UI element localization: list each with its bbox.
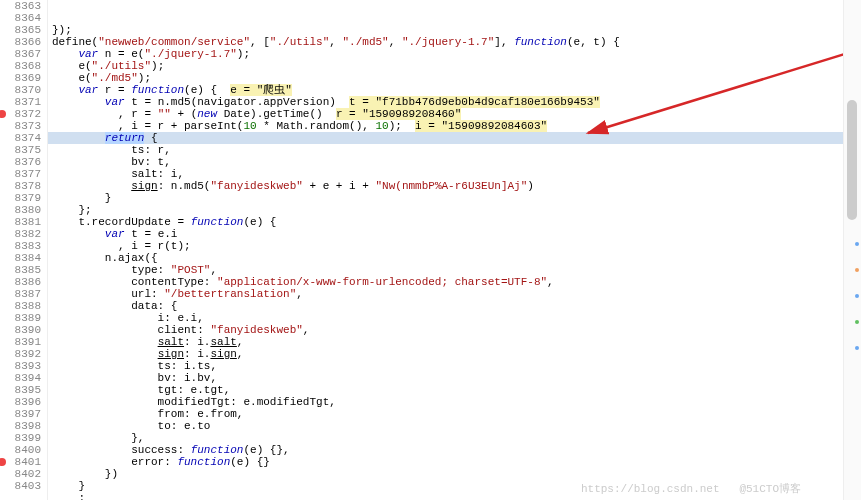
line-number[interactable]: 8401 xyxy=(0,456,41,468)
code-line[interactable]: contentType: "application/x-www-form-url… xyxy=(48,276,843,288)
line-number[interactable]: 8364 xyxy=(0,12,41,24)
line-number[interactable]: 8387 xyxy=(0,288,41,300)
code-editor[interactable]: });define("newweb/common/service", ["./u… xyxy=(48,0,843,500)
code-line[interactable]: salt: i, xyxy=(48,168,843,180)
code-line[interactable]: tgt: e.tgt, xyxy=(48,384,843,396)
code-line[interactable]: , i = r(t); xyxy=(48,240,843,252)
code-line[interactable]: e("./md5"); xyxy=(48,72,843,84)
line-number[interactable]: 8370 xyxy=(0,84,41,96)
watermark: https://blog.csdn.net @51CTO博客 xyxy=(581,481,801,496)
line-number[interactable]: 8388 xyxy=(0,300,41,312)
code-line[interactable]: } xyxy=(48,192,843,204)
side-markers xyxy=(855,220,859,372)
line-number[interactable]: 8392 xyxy=(0,348,41,360)
code-line[interactable]: sign: i.sign, xyxy=(48,348,843,360)
code-line[interactable]: to: e.to xyxy=(48,420,843,432)
code-line[interactable]: from: e.from, xyxy=(48,408,843,420)
line-number[interactable]: 8367 xyxy=(0,48,41,60)
line-number[interactable]: 8381 xyxy=(0,216,41,228)
line-number[interactable]: 8390 xyxy=(0,324,41,336)
code-line[interactable]: bv: t, xyxy=(48,156,843,168)
line-number[interactable]: 8395 xyxy=(0,384,41,396)
minimap-scrollbar[interactable] xyxy=(843,0,861,500)
code-line[interactable]: success: function(e) {}, xyxy=(48,444,843,456)
line-number[interactable]: 8394 xyxy=(0,372,41,384)
code-line[interactable]: }; xyxy=(48,204,843,216)
code-line[interactable]: bv: i.bv, xyxy=(48,372,843,384)
line-number[interactable]: 8368 xyxy=(0,60,41,72)
code-line[interactable]: client: "fanyideskweb", xyxy=(48,324,843,336)
code-line[interactable]: ts: i.ts, xyxy=(48,360,843,372)
line-number[interactable]: 8399 xyxy=(0,432,41,444)
code-line[interactable]: return { xyxy=(48,132,843,144)
code-line[interactable]: url: "/bettertranslation", xyxy=(48,288,843,300)
line-number[interactable]: 8400 xyxy=(0,444,41,456)
line-number[interactable]: 8365 xyxy=(0,24,41,36)
line-number[interactable]: 8389 xyxy=(0,312,41,324)
code-line[interactable]: , i = r + parseInt(10 * Math.random(), 1… xyxy=(48,120,843,132)
code-line[interactable]: var t = e.i xyxy=(48,228,843,240)
line-number[interactable]: 8379 xyxy=(0,192,41,204)
code-line[interactable]: var t = n.md5(navigator.appVersion) t = … xyxy=(48,96,843,108)
line-number[interactable]: 8397 xyxy=(0,408,41,420)
line-number[interactable]: 8377 xyxy=(0,168,41,180)
code-line[interactable]: t.recordUpdate = function(e) { xyxy=(48,216,843,228)
code-line[interactable]: }, xyxy=(48,432,843,444)
line-number[interactable]: 8375 xyxy=(0,144,41,156)
code-line[interactable]: var r = function(e) { e = "爬虫" xyxy=(48,84,843,96)
line-number[interactable]: 8376 xyxy=(0,156,41,168)
code-line[interactable]: ts: r, xyxy=(48,144,843,156)
code-line[interactable]: }); xyxy=(48,24,843,36)
line-number[interactable]: 8382 xyxy=(0,228,41,240)
line-number[interactable]: 8383 xyxy=(0,240,41,252)
line-number[interactable]: 8391 xyxy=(0,336,41,348)
code-line[interactable]: type: "POST", xyxy=(48,264,843,276)
code-line[interactable]: }) xyxy=(48,468,843,480)
marker-dot xyxy=(855,294,859,298)
code-line[interactable]: salt: i.salt, xyxy=(48,336,843,348)
line-number[interactable]: 8393 xyxy=(0,360,41,372)
line-number[interactable]: 8378 xyxy=(0,180,41,192)
line-number[interactable]: 8369 xyxy=(0,72,41,84)
line-number[interactable]: 8374 xyxy=(0,132,41,144)
line-number[interactable]: 8384 xyxy=(0,252,41,264)
code-line[interactable]: sign: n.md5("fanyideskweb" + e + i + "Nw… xyxy=(48,180,843,192)
line-number[interactable]: 8363 xyxy=(0,0,41,12)
line-number[interactable]: 8371 xyxy=(0,96,41,108)
code-line[interactable]: define("newweb/common/service", ["./util… xyxy=(48,36,843,48)
code-line[interactable]: i: e.i, xyxy=(48,312,843,324)
code-line[interactable]: modifiedTgt: e.modifiedTgt, xyxy=(48,396,843,408)
line-number[interactable]: 8402 xyxy=(0,468,41,480)
code-line[interactable]: data: { xyxy=(48,300,843,312)
code-line[interactable]: , r = "" + (new Date).getTime() r = "159… xyxy=(48,108,843,120)
line-gutter: 8363836483658366836783688369837083718372… xyxy=(0,0,48,500)
line-number[interactable]: 8396 xyxy=(0,396,41,408)
marker-dot xyxy=(855,242,859,246)
line-number[interactable]: 8366 xyxy=(0,36,41,48)
marker-dot xyxy=(855,268,859,272)
line-number[interactable]: 8380 xyxy=(0,204,41,216)
scrollbar-thumb[interactable] xyxy=(847,100,857,220)
line-number[interactable]: 8385 xyxy=(0,264,41,276)
line-number[interactable]: 8372 xyxy=(0,108,41,120)
line-number[interactable]: 8373 xyxy=(0,120,41,132)
marker-dot xyxy=(855,346,859,350)
code-line[interactable]: e("./utils"); xyxy=(48,60,843,72)
code-line[interactable]: n.ajax({ xyxy=(48,252,843,264)
code-line[interactable]: error: function(e) {} xyxy=(48,456,843,468)
line-number[interactable]: 8403 xyxy=(0,480,41,492)
line-number[interactable]: 8398 xyxy=(0,420,41,432)
code-line[interactable]: var n = e("./jquery-1.7"); xyxy=(48,48,843,60)
line-number[interactable]: 8386 xyxy=(0,276,41,288)
marker-dot xyxy=(855,320,859,324)
